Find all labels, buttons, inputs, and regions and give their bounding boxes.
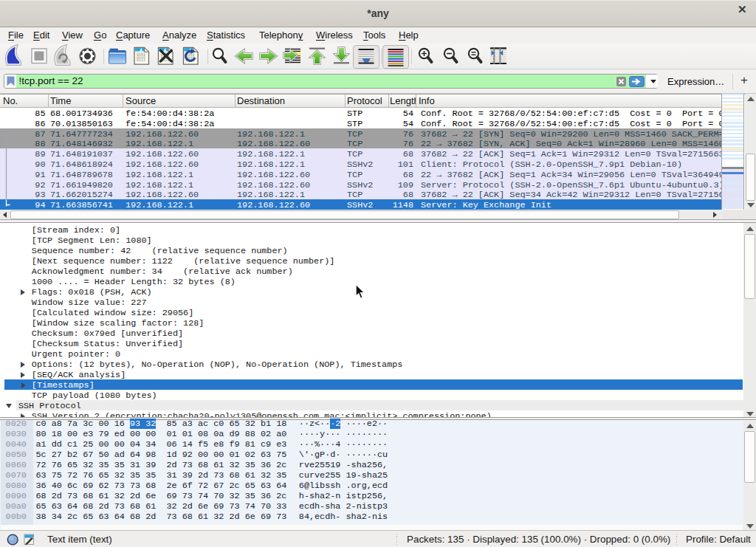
svg-text:0111: 0111: [137, 59, 145, 63]
